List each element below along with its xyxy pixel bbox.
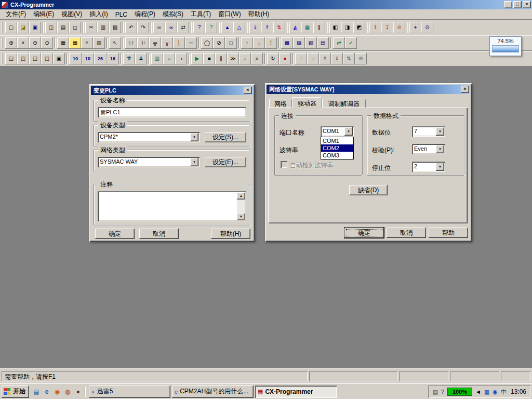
ok-button[interactable]: 确定: [344, 228, 384, 238]
new-contact-icon[interactable]: ┤├: [125, 37, 137, 49]
time-chart-icon[interactable]: ○: [163, 53, 175, 64]
compile-all-icon[interactable]: △: [233, 22, 245, 33]
online-edit-icon[interactable]: ◧: [329, 22, 341, 33]
cancel-button[interactable]: 取消: [139, 229, 179, 239]
device-type-settings-button[interactable]: 设定(S)...: [205, 132, 246, 142]
new-closed-or-contact-icon[interactable]: ╥: [161, 37, 173, 49]
show-grid-icon[interactable]: ▦: [57, 37, 69, 49]
watch-window-icon[interactable]: ⊙: [421, 22, 433, 33]
scroll-up-icon[interactable]: ▲: [237, 192, 245, 200]
plc-memory-icon[interactable]: ▩: [281, 37, 293, 49]
toggle-bit-icon[interactable]: ⇅: [343, 53, 355, 64]
chevron-down-icon[interactable]: ▼: [436, 163, 444, 171]
menu-item-1[interactable]: 编辑(E): [30, 9, 58, 20]
close-icon[interactable]: ×: [461, 86, 469, 93]
network-type-combo[interactable]: SYSMAC WAY ▼: [98, 157, 200, 167]
new-or-contact-icon[interactable]: ╦: [149, 37, 161, 49]
clear-forces-icon[interactable]: ⊗: [355, 53, 367, 64]
quicklaunch-chevron-icon[interactable]: »: [73, 386, 83, 397]
change-plc-dialog-titlebar[interactable]: 变更PLC ×: [91, 86, 253, 95]
chevron-down-icon[interactable]: ▼: [190, 158, 198, 166]
stop-bits-combo[interactable]: 2 ▼: [412, 162, 445, 172]
media-player-icon[interactable]: ◍: [62, 386, 73, 397]
open-folder-icon[interactable]: ◪: [17, 22, 29, 33]
io-table-icon[interactable]: ▨: [293, 37, 305, 49]
chevron-down-icon[interactable]: ▼: [344, 127, 353, 136]
view-properties-icon[interactable]: ▣: [53, 53, 65, 64]
firefox-icon[interactable]: ◉: [52, 386, 62, 397]
menu-item-7[interactable]: 工具(T): [187, 9, 215, 20]
new-instruction-icon[interactable]: □: [225, 37, 237, 49]
set-bit-icon[interactable]: ↑: [295, 53, 307, 64]
view-watch-icon[interactable]: ◳: [41, 53, 53, 64]
comment-textarea[interactable]: ▲ ▼: [98, 191, 246, 221]
new-closed-contact-icon[interactable]: ┤/: [137, 37, 149, 49]
ok-button[interactable]: 确定: [95, 229, 135, 239]
page-setup-icon[interactable]: ◫: [45, 22, 57, 33]
io-comment-icon[interactable]: ▥: [93, 37, 105, 49]
rung-number-10-icon[interactable]: 10: [69, 53, 82, 64]
pause-icon[interactable]: ∥: [215, 53, 227, 64]
continue-icon[interactable]: »: [251, 53, 263, 64]
device-type-combo[interactable]: CPM2* ▼: [98, 132, 200, 142]
printer-icon[interactable]: ▤: [432, 389, 437, 395]
zoom-in-icon[interactable]: ⊕: [5, 37, 17, 49]
network-type-settings-button[interactable]: 设定(E)...: [205, 157, 246, 167]
show-desktop-icon[interactable]: ▤: [31, 386, 42, 397]
cross-reference-icon[interactable]: +: [409, 22, 421, 33]
chevron-down-icon[interactable]: ▼: [436, 127, 444, 136]
memory-card-icon[interactable]: ▤: [317, 37, 329, 49]
differentiate-down-icon[interactable]: ↓: [253, 37, 265, 49]
paste-icon[interactable]: ▧: [109, 22, 121, 33]
rung-number-16-icon[interactable]: 16: [107, 53, 119, 64]
stop-icon[interactable]: ■: [203, 53, 215, 64]
scroll-track[interactable]: [237, 200, 245, 213]
comment-scrollbar[interactable]: ▲ ▼: [237, 192, 245, 220]
download-to-plc-icon[interactable]: ⇓: [249, 22, 261, 33]
ime-icon[interactable]: 中: [501, 389, 507, 395]
force-on-icon[interactable]: ⇑: [319, 53, 331, 64]
default-button[interactable]: 缺省(D): [349, 185, 388, 195]
scroll-down-icon[interactable]: ▼: [237, 213, 245, 220]
port-option-com3[interactable]: COM3: [321, 152, 353, 159]
menu-item-0[interactable]: 文件(F): [2, 9, 30, 20]
taskbar-task-1[interactable]: eCPM2AH型号的用什么...: [172, 385, 254, 398]
port-option-com1[interactable]: COM1: [321, 137, 353, 144]
chevron-down-icon[interactable]: ▼: [190, 133, 198, 141]
app-icon[interactable]: [2, 2, 8, 8]
previous-rung-icon[interactable]: ⇈: [123, 53, 135, 64]
menu-item-4[interactable]: PLC: [112, 10, 131, 19]
replace-icon[interactable]: ⇄: [177, 22, 189, 33]
device-name-input[interactable]: 新PLC1: [98, 107, 246, 117]
reset-bit-icon[interactable]: ↓: [307, 53, 319, 64]
menu-item-5[interactable]: 编程(P): [131, 9, 159, 20]
delete-icon[interactable]: ×: [17, 37, 29, 49]
minimize-button[interactable]: _: [504, 1, 512, 8]
rung-comment-icon[interactable]: ≡: [81, 37, 93, 49]
print-icon[interactable]: ▤: [57, 22, 69, 33]
chevron-down-icon[interactable]: ▼: [436, 145, 444, 153]
menu-item-3[interactable]: 插入(I): [86, 9, 111, 20]
port-option-com2[interactable]: COM2: [321, 144, 353, 152]
verify-icon[interactable]: ✓: [345, 37, 357, 49]
start-button[interactable]: 开始: [2, 385, 29, 398]
force-set-icon[interactable]: ↥: [369, 22, 381, 33]
differential-monitor-icon[interactable]: ◑: [175, 53, 187, 64]
monitor-mode-icon[interactable]: ▦: [301, 22, 313, 33]
rung-number-10b-icon[interactable]: 10: [82, 53, 94, 64]
help-tray-icon[interactable]: ?: [441, 389, 444, 395]
data-bits-combo[interactable]: 7 ▼: [412, 126, 445, 137]
view-project-icon[interactable]: ◰: [17, 53, 29, 64]
window-titlebar[interactable]: CX-Programmer _ □ ×: [0, 0, 532, 9]
upload-from-plc-icon[interactable]: ⇑: [261, 22, 273, 33]
im-icon[interactable]: ◉: [493, 389, 498, 395]
cancel-button[interactable]: 取消: [387, 228, 426, 238]
maximize-button[interactable]: □: [513, 1, 522, 8]
zoom-out-icon[interactable]: ⊖: [29, 37, 41, 49]
run-icon[interactable]: ▶: [191, 53, 203, 64]
view-output-icon[interactable]: ◲: [29, 53, 41, 64]
zoom-fit-icon[interactable]: ⊙: [41, 37, 53, 49]
port-name-combo[interactable]: COM1 ▼: [321, 126, 354, 137]
close-icon[interactable]: ×: [244, 87, 252, 94]
parity-combo[interactable]: Even ▼: [412, 144, 445, 154]
